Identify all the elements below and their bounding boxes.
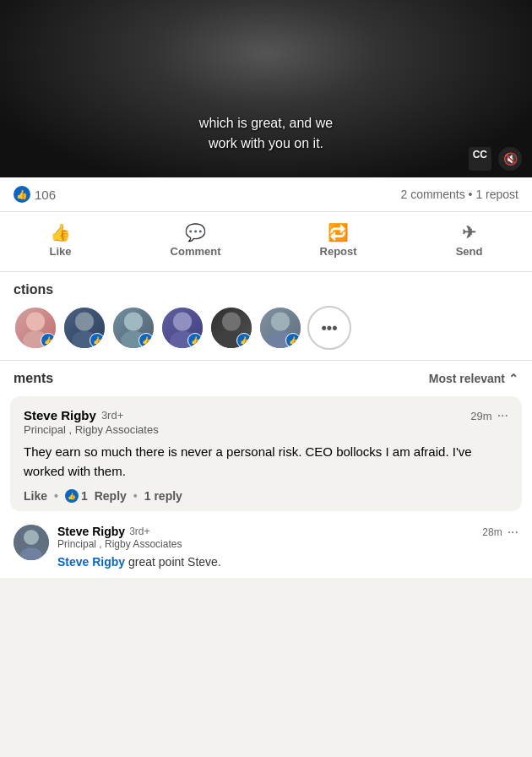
svg-point-10 [271,313,290,331]
reply-meta-right: 28m ··· [482,525,518,540]
comments-title: ments [14,371,53,386]
commenter-title-1: Principal , Rigby Associates [24,423,159,436]
video-controls: CC 🔇 [469,147,522,171]
chevron-up-icon: ⌃ [508,372,518,385]
reply-text: Steve Rigby great point Steve. [57,553,518,571]
send-label: Send [456,245,483,258]
comment-button[interactable]: 💬 Comment [157,215,235,264]
reply-author-name: Steve Rigby [57,525,125,538]
reactions-avatars: 👍 👍 👍 👍 👍 [14,306,518,350]
sort-label: Most relevant [429,372,505,385]
reaction-avatar-4[interactable]: 👍 [160,306,204,350]
reply-mention[interactable]: Steve Rigby [57,555,125,569]
commenter-info-1: Steve Rigby 3rd+ Principal , Rigby Assoc… [24,408,159,436]
reaction-avatar-2[interactable]: 👍 [62,306,106,350]
comment-more-button-1[interactable]: ··· [497,408,508,423]
like-count: 106 [35,188,56,202]
cc-button[interactable]: CC [469,147,491,171]
separator-1: • [54,489,58,503]
avatar-like-badge-3: 👍 [138,333,154,348]
svg-point-13 [24,530,39,545]
svg-point-2 [75,313,94,331]
like-stats: 👍 106 [14,186,56,203]
svg-point-8 [222,313,241,331]
comment-text-1: They earn so much there is never a perso… [24,443,508,481]
reply-button-1[interactable]: Reply [95,489,127,503]
view-replies-button-1[interactable]: 1 reply [144,489,182,503]
avatar-like-badge-5: 👍 [236,333,252,348]
like-count-1: 1 [81,489,88,503]
repost-button[interactable]: 🔁 Repost [307,215,371,264]
reaction-avatar-1[interactable]: 👍 [14,306,57,350]
action-bar: 👍 Like 💬 Comment 🔁 Repost ✈ Send [0,212,532,272]
like-button[interactable]: 👍 Like [36,215,85,264]
sort-button[interactable]: Most relevant ⌃ [429,372,518,385]
reply-author-info: Steve Rigby 3rd+ Principal , Rigby Assoc… [57,525,182,550]
repost-label: Repost [320,245,357,258]
svg-point-6 [173,313,192,331]
comment-actions-1: Like • 👍 1 Reply • 1 reply [24,489,508,503]
comments-header: ments Most relevant ⌃ [0,361,532,393]
avatar-like-badge-4: 👍 [187,333,203,348]
post-stats-bar: 👍 106 2 comments • 1 repost [0,177,532,212]
comment-time-1: 29m [470,410,491,422]
reply-name-row: Steve Rigby 3rd+ [57,525,182,538]
comment-action-icon: 💬 [185,222,206,242]
separator: • [469,188,473,201]
comment-like-count-1: 👍 1 [65,489,88,503]
reply-more-button[interactable]: ··· [508,525,518,540]
comments-section: ments Most relevant ⌃ Steve Rigby 3rd+ P… [0,361,532,578]
comment-repost-stats: 2 comments • 1 repost [400,188,518,201]
more-reactions-icon: ••• [322,319,338,337]
separator-2: • [133,489,138,503]
repost-action-icon: 🔁 [328,222,349,242]
reply-avatar-1 [14,525,49,560]
like-icon: 👍 [14,186,30,203]
reply-text-content: great point Steve. [125,555,221,569]
avatar-like-badge-2: 👍 [90,333,105,348]
comment-meta-right-1: 29m ··· [470,408,508,423]
comment-label: Comment [171,245,221,258]
repost-count: 1 repost [475,188,518,201]
reply-time: 28m [482,526,502,538]
avatar-like-badge-6: 👍 [285,333,301,348]
reply-author-job: Principal , Rigby Associates [57,538,182,550]
more-reactions-button[interactable]: ••• [307,306,351,350]
video-player[interactable]: which is great, and we work with you on … [0,0,532,177]
send-action-icon: ✈ [462,222,476,242]
reactions-section: ctions 👍 👍 👍 👍 [0,272,532,361]
video-subtitles: which is great, and we work with you on … [199,113,333,154]
send-button[interactable]: ✈ Send [442,215,497,264]
commenter-name-row-1: Steve Rigby 3rd+ [24,408,159,422]
reaction-avatar-3[interactable]: 👍 [111,306,155,350]
like-label: Like [50,245,72,258]
like-action-icon: 👍 [50,222,71,242]
comment-card-1: Steve Rigby 3rd+ Principal , Rigby Assoc… [10,396,522,511]
svg-point-0 [26,313,45,331]
reaction-avatar-6[interactable]: 👍 [258,306,302,350]
comments-count: 2 comments [400,188,464,201]
svg-point-4 [124,313,143,331]
mute-button[interactable]: 🔇 [498,147,522,171]
reactions-title: ctions [14,282,518,297]
commenter-name-1: Steve Rigby [24,408,96,422]
reaction-avatar-5[interactable]: 👍 [209,306,253,350]
comment-header-1: Steve Rigby 3rd+ Principal , Rigby Assoc… [24,408,508,436]
reply-container-1: Steve Rigby 3rd+ Principal , Rigby Assoc… [0,518,532,578]
reply-author-degree: 3rd+ [129,526,149,537]
comment-like-icon-1: 👍 [65,489,79,503]
reply-header-1: Steve Rigby 3rd+ Principal , Rigby Assoc… [57,525,518,550]
comment-like-button-1[interactable]: Like [24,489,47,503]
reply-content-1: Steve Rigby 3rd+ Principal , Rigby Assoc… [57,525,518,571]
commenter-degree-1: 3rd+ [101,409,123,422]
avatar-like-badge-1: 👍 [41,333,56,348]
